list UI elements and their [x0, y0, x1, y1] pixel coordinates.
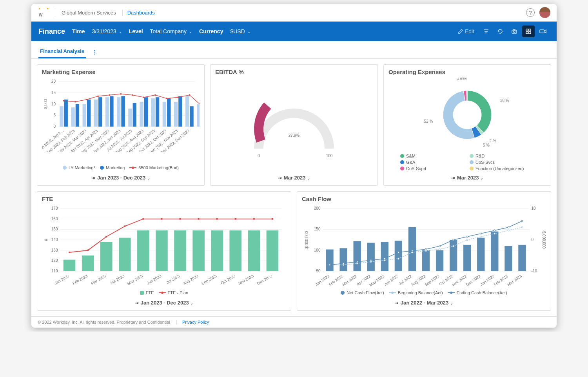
- svg-point-178: [356, 263, 358, 264]
- svg-text:Feb 2023: Feb 2023: [493, 274, 509, 286]
- grid-view-icon[interactable]: [522, 25, 535, 37]
- chevron-down-icon: ⌄: [189, 29, 192, 34]
- svg-rect-127: [180, 218, 181, 220]
- svg-text:Feb 2022: Feb 2022: [328, 274, 344, 286]
- svg-rect-37: [83, 104, 86, 127]
- svg-rect-59: [190, 106, 193, 127]
- card-ebitda: EBITDA % 27.9% 0 100 ⇥Mar 2023 ⌄: [210, 64, 378, 186]
- svg-rect-173: [491, 232, 498, 271]
- svg-rect-163: [354, 241, 361, 271]
- svg-rect-119: [248, 230, 260, 271]
- svg-text:Oct 2023: Oct 2023: [220, 274, 236, 285]
- svg-rect-111: [100, 242, 113, 271]
- svg-text:160: 160: [51, 217, 58, 221]
- svg-rect-52: [110, 96, 113, 127]
- svg-point-194: [370, 259, 372, 261]
- svg-rect-43: [151, 98, 155, 127]
- svg-rect-130: [235, 218, 236, 220]
- currency-label: Currency: [199, 28, 223, 34]
- svg-rect-132: [272, 218, 273, 220]
- svg-text:110: 110: [51, 269, 58, 273]
- svg-rect-131: [253, 218, 255, 220]
- video-icon[interactable]: [536, 25, 550, 37]
- svg-point-191: [329, 264, 330, 266]
- svg-rect-120: [267, 230, 279, 271]
- workday-logo[interactable]: W: [38, 8, 55, 17]
- svg-text:Nov 2022: Nov 2022: [451, 274, 468, 287]
- level-label: Level: [129, 28, 143, 34]
- svg-rect-122: [87, 250, 89, 251]
- svg-text:50: 50: [316, 269, 321, 273]
- svg-point-195: [384, 258, 385, 259]
- svg-text:Feb 2023: Feb 2023: [72, 274, 88, 286]
- svg-text:#: #: [44, 239, 48, 241]
- currency-dropdown[interactable]: $USD ⌄: [230, 28, 250, 34]
- svg-rect-124: [124, 225, 125, 227]
- help-icon[interactable]: ?: [526, 8, 535, 17]
- svg-rect-50: [87, 100, 91, 127]
- opex-footer-dropdown[interactable]: ⇥Mar 2023 ⌄: [388, 172, 546, 181]
- svg-point-185: [453, 245, 454, 247]
- svg-text:May 2022: May 2022: [368, 274, 385, 287]
- svg-point-192: [343, 263, 344, 264]
- filter-icon[interactable]: [480, 25, 492, 37]
- cashflow-chart[interactable]: 50100150200-10010$,000,000$,000,000Jan 2…: [302, 205, 546, 288]
- ebitda-footer-dropdown[interactable]: ⇥Mar 2023 ⌄: [215, 172, 373, 181]
- ebitda-gauge[interactable]: 27.9% 0 100: [215, 78, 373, 172]
- privacy-policy-link[interactable]: Privacy Policy: [176, 320, 209, 324]
- svg-text:Oct 2022: Oct 2022: [438, 274, 454, 286]
- card-cash-flow: Cash Flow 50100150200-10010$,000,000$,00…: [297, 191, 551, 311]
- svg-point-180: [384, 259, 385, 261]
- fte-chart[interactable]: 110120130140150160170#Jan 2023Feb 2023Ma…: [42, 205, 286, 288]
- svg-rect-116: [192, 230, 205, 271]
- svg-rect-162: [339, 248, 347, 271]
- camera-icon[interactable]: [508, 25, 521, 37]
- marketing-footer-dropdown[interactable]: ⇥Jan 2023 - Dec 2023 ⌄: [42, 172, 200, 181]
- svg-rect-114: [156, 230, 168, 271]
- svg-text:130: 130: [51, 248, 58, 252]
- level-dropdown[interactable]: Total Company ⌄: [150, 28, 192, 34]
- svg-point-68: [154, 94, 156, 96]
- tab-more-icon[interactable]: ⋮: [91, 46, 99, 58]
- svg-point-193: [356, 261, 358, 263]
- card-fte: FTE 110120130140150160170#Jan 2023Feb 20…: [37, 191, 291, 311]
- opex-donut[interactable]: 38 %2 %5 %52 %2 %0 %: [388, 78, 546, 152]
- svg-point-182: [411, 252, 413, 253]
- fte-footer-dropdown[interactable]: ⇥Jan 2023 - Dec 2023 ⌄: [42, 297, 286, 306]
- svg-text:120: 120: [51, 258, 58, 263]
- chevron-down-icon: ⌄: [119, 29, 122, 34]
- svg-text:Mar 2023: Mar 2023: [90, 274, 107, 286]
- breadcrumb-dashboards[interactable]: Dashboards: [122, 10, 155, 16]
- svg-rect-57: [167, 98, 171, 127]
- svg-text:Jun 2022: Jun 2022: [383, 274, 399, 286]
- svg-text:Jan 2022: Jan 2022: [314, 274, 330, 286]
- edit-button[interactable]: Edit: [454, 26, 478, 37]
- svg-rect-10: [529, 32, 531, 34]
- refresh-icon[interactable]: [494, 25, 506, 37]
- svg-point-70: [177, 96, 179, 98]
- svg-rect-7: [526, 29, 528, 31]
- svg-point-61: [74, 101, 76, 103]
- page-footer: © 2022 Workday, Inc. All rights reserved…: [31, 316, 557, 328]
- svg-text:-10: -10: [532, 269, 537, 273]
- svg-text:Apr 2023: Apr 2023: [109, 274, 125, 285]
- svg-rect-128: [198, 218, 200, 220]
- svg-rect-171: [463, 245, 471, 271]
- svg-rect-129: [216, 218, 218, 220]
- svg-point-188: [494, 233, 495, 234]
- cashflow-footer-dropdown[interactable]: ⇥Jan 2022 - Mar 2023 ⌄: [302, 297, 546, 306]
- time-dropdown[interactable]: 3/31/2023 ⌄: [92, 28, 122, 34]
- svg-point-66: [132, 94, 133, 96]
- svg-text:52 %: 52 %: [424, 119, 433, 123]
- user-avatar[interactable]: [539, 7, 550, 18]
- svg-point-64: [109, 94, 110, 96]
- svg-text:Aug 2022: Aug 2022: [410, 274, 426, 287]
- svg-text:2 %: 2 %: [490, 139, 496, 143]
- svg-text:Jan 2023: Jan 2023: [479, 274, 495, 286]
- svg-text:170: 170: [51, 206, 58, 210]
- marketing-chart[interactable]: 05101520$,000Jan 2022, Jan 2...Feb 2022,…: [42, 78, 200, 163]
- fte-legend: FTE FTE - Plan: [42, 288, 286, 297]
- tab-financial-analysis[interactable]: Financial Analysis: [38, 45, 86, 58]
- svg-point-71: [189, 94, 190, 96]
- svg-text:5 %: 5 %: [483, 143, 490, 147]
